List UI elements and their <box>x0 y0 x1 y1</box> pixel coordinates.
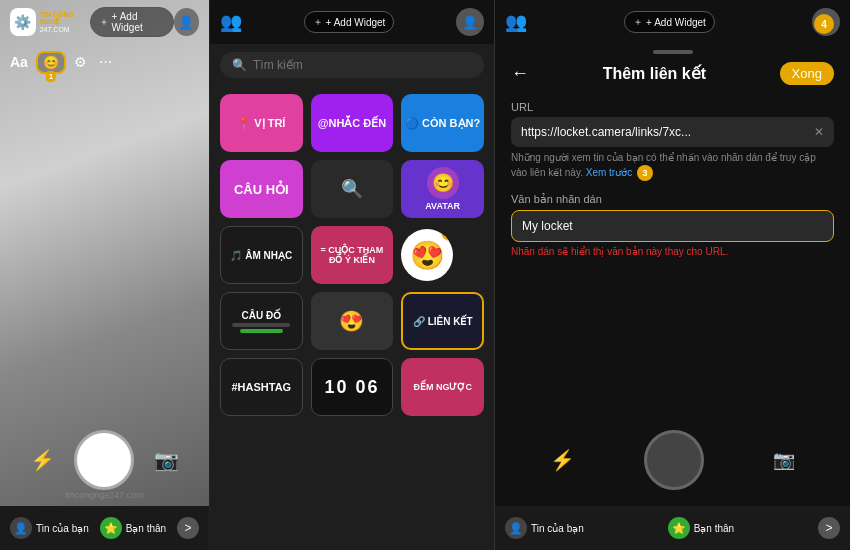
add-widget-button-p2[interactable]: ＋ + Add Widget <box>304 11 395 33</box>
top-bar-p3: 👥 ＋ + Add Widget 👤 4 <box>495 0 850 44</box>
tab-arrow-p3[interactable]: > <box>818 517 840 539</box>
bottom-tabs-p3: 👤 Tin của bạn ⭐ Bạn thân > <box>495 506 850 550</box>
top-bar-p1: ⚙️ TIN CÔNG NGHỆ 247.COM ＋ + Add Widget … <box>0 0 209 44</box>
add-widget-button-p3[interactable]: ＋ + Add Widget <box>624 11 715 33</box>
url-field-label: URL <box>511 101 834 113</box>
heart-emoji-icon: 😍 <box>410 239 445 272</box>
toolbar-p1: Aa 😊 1 ⚙ ··· <box>0 44 209 80</box>
add-link-panel: 👥 ＋ + Add Widget 👤 4 ← Thêm liên kết Xon… <box>495 0 850 550</box>
sticker-question[interactable]: CÂU HỎI <box>220 160 303 218</box>
sticker-heart-face[interactable]: 😍 <box>311 292 394 350</box>
sticker-search-input[interactable] <box>253 58 472 72</box>
sticker-cuoc-thi[interactable]: = CUỘC THAM ĐỔ Ý KIẾN <box>311 226 394 284</box>
label-input-container[interactable] <box>511 210 834 242</box>
profile-avatar-p2[interactable]: 👤 <box>456 8 484 36</box>
tab-label-tin-cua-ban-p1: Tin của bạn <box>36 523 89 534</box>
sticker-location[interactable]: 📍 VỊ TRÍ <box>220 94 303 152</box>
label-input[interactable] <box>522 219 823 233</box>
done-button[interactable]: Xong <box>780 62 834 85</box>
sticker-friend[interactable]: 🔵 CÒN BẠN? <box>401 94 484 152</box>
logo-line2: 247.COM <box>40 26 90 33</box>
tab-ban-than-p1[interactable]: ⭐ Bạn thân <box>100 517 166 539</box>
settings-icon[interactable]: ⚙ <box>74 54 87 70</box>
sticker-grid: 📍 VỊ TRÍ @NHẮC ĐẾN 🔵 CÒN BẠN? CÂU HỎI 🔍 … <box>210 86 494 424</box>
sticker-search-box[interactable]: 🔍 <box>311 160 394 218</box>
logo-area: ⚙️ TIN CÔNG NGHỆ 247.COM <box>10 8 90 36</box>
badge-3: 3 <box>637 165 653 181</box>
camera-panel: tincongnge247.com ⚙️ TIN CÔNG NGHỆ 247.C… <box>0 0 210 550</box>
notification-badge-p3: 4 <box>814 14 834 34</box>
lien-ket-label: LIÊN KẾT <box>428 316 473 327</box>
tab-icon-tin-cua-ban-p3: 👤 <box>505 517 527 539</box>
link-icon: 🔗 <box>413 316 425 327</box>
people-icon-p3: 👥 <box>505 11 527 33</box>
back-button[interactable]: ← <box>511 63 529 84</box>
tab-icon-ban-than-p3: ⭐ <box>668 517 690 539</box>
plus-icon-p2: ＋ <box>313 15 323 29</box>
sticker-hashtag[interactable]: #HASHTAG <box>220 358 303 416</box>
add-widget-label-p3: + Add Widget <box>646 17 706 28</box>
tab-tin-label-p3: Tin của bạn <box>531 523 584 534</box>
add-widget-label-p1: + Add Widget <box>112 11 165 33</box>
tab-arrow-p1[interactable]: > <box>177 517 199 539</box>
form-title: Thêm liên kết <box>603 64 706 83</box>
sticker-number-badge: 1 <box>46 71 56 82</box>
bottom-tabs-p1: 👤 Tin của bạn ⭐ Bạn thân > <box>0 506 209 550</box>
tab-label-ban-than-p1: Bạn thân <box>126 523 166 534</box>
people-icon-p2: 👥 <box>220 11 242 33</box>
tab-icon-ban-than-p1: ⭐ <box>100 517 122 539</box>
sticker-mention[interactable]: @NHẮC ĐẾN <box>311 94 394 152</box>
sticker-heart-emoji[interactable]: 😍 2 <box>401 229 453 281</box>
tab-ban-than-label-p3: Bạn thân <box>694 523 734 534</box>
text-tool-icon[interactable]: Aa <box>10 54 28 70</box>
url-input-container[interactable]: ✕ <box>511 117 834 147</box>
plus-icon-p1: ＋ <box>99 15 109 29</box>
tab-tin-cua-ban-p1[interactable]: 👤 Tin của bạn <box>10 517 89 539</box>
add-link-form: ← Thêm liên kết Xong URL ✕ Những người x… <box>495 62 850 257</box>
sticker-avatar[interactable]: 😊 AVATAR <box>401 160 484 218</box>
flash-icon-p3: ⚡ <box>550 448 575 472</box>
camera-controls-p3: ⚡ 📷 <box>495 430 850 490</box>
sticker-music[interactable]: 🎵 ÂM NHẠC <box>220 226 303 284</box>
camera-controls: ⚡ 📷 <box>0 430 209 490</box>
url-input[interactable] <box>521 125 779 139</box>
top-bar-p2: 👥 ＋ + Add Widget 👤 <box>210 0 494 44</box>
url-hint-text: Những người xem tin của bạn có thể nhấn … <box>511 152 816 178</box>
profile-avatar-p1[interactable]: 👤 <box>174 8 199 36</box>
sticker-countdown[interactable]: 10 06 <box>311 358 394 416</box>
tab-icon-p1: 👤 <box>10 517 32 539</box>
sticker-search-bar[interactable]: 🔍 <box>220 52 484 78</box>
sticker-dem-nguoc[interactable]: ĐẾM NGƯỢC <box>401 358 484 416</box>
more-options-icon[interactable]: ··· <box>99 53 112 71</box>
camera-flip-icon[interactable]: 📷 <box>154 448 179 472</box>
search-icon-p2: 🔍 <box>232 58 247 72</box>
form-header: ← Thêm liên kết Xong <box>511 62 834 85</box>
separator-line-p3 <box>653 50 693 54</box>
label-field-label: Văn bản nhãn dán <box>511 193 834 206</box>
sticker-cau-do[interactable]: CÂU ĐỐ <box>220 292 303 350</box>
watermark-p1: tincongnge247.com <box>0 490 209 500</box>
sticker-tool-button[interactable]: 😊 1 <box>36 51 66 74</box>
url-preview-link[interactable]: Xem trước <box>586 167 632 178</box>
camera-icon-p3: 📷 <box>773 449 795 471</box>
sticker-picker-panel: 👥 ＋ + Add Widget 👤 🔍 📍 VỊ TRÍ @NHẮC ĐẾN … <box>210 0 495 550</box>
sticker-lien-ket[interactable]: 🔗 LIÊN KẾT <box>401 292 484 350</box>
tab-tin-cua-ban-p3[interactable]: 👤 Tin của bạn <box>505 517 584 539</box>
shutter-button[interactable] <box>74 430 134 490</box>
logo-line1: TIN CÔNG NGHỆ <box>40 11 90 26</box>
shutter-button-p3 <box>644 430 704 490</box>
plus-icon-p3: ＋ <box>633 15 643 29</box>
label-hint: Nhãn dán sẽ hiển thị văn bản này thay ch… <box>511 246 834 257</box>
add-widget-button-p1[interactable]: ＋ + Add Widget <box>90 7 174 37</box>
add-widget-label-p2: + Add Widget <box>326 17 386 28</box>
flash-icon[interactable]: ⚡ <box>30 448 55 472</box>
tab-ban-than-p3[interactable]: ⭐ Bạn thân <box>668 517 734 539</box>
url-hint: Những người xem tin của bạn có thể nhấn … <box>511 151 834 181</box>
url-clear-icon[interactable]: ✕ <box>814 125 824 139</box>
